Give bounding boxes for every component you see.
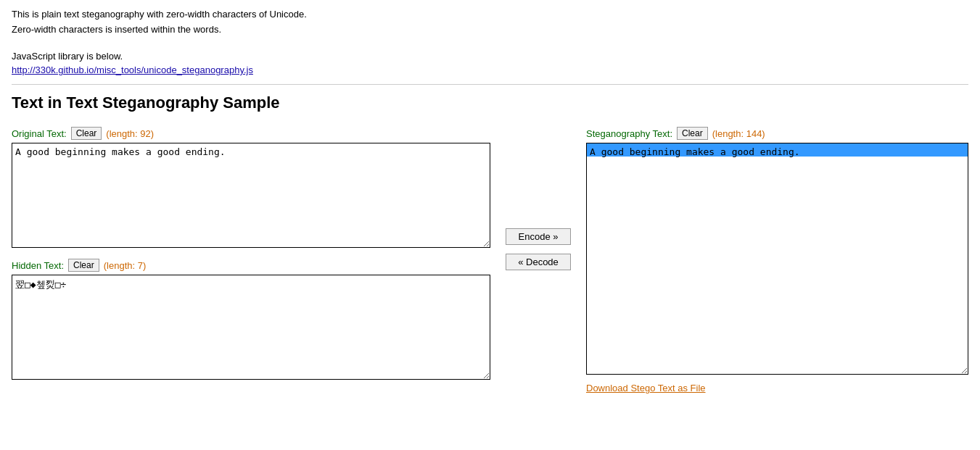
main-layout: Original Text: Clear (length: 92) A good… [12,127,968,393]
hidden-text-input[interactable]: 翌□◆쳎烮□÷ [12,275,490,380]
stego-text-label-row: Steganography Text: Clear (length: 144) [586,127,968,140]
intro-link[interactable]: http://330k.github.io/misc_tools/unicode… [12,64,253,75]
middle-panel: Encode » « Decode [502,127,575,270]
original-text-section: Original Text: Clear (length: 92) A good… [12,127,490,250]
stego-text-length: (length: 144) [712,128,765,139]
page-title: Text in Text Steganography Sample [12,93,968,112]
right-panel: Steganography Text: Clear (length: 144) … [586,127,968,393]
left-panel: Original Text: Clear (length: 92) A good… [12,127,490,382]
section-divider [12,84,968,85]
hidden-text-clear-button[interactable]: Clear [68,259,99,272]
hidden-text-label: Hidden Text: [12,260,64,271]
hidden-text-label-row: Hidden Text: Clear (length: 7) [12,259,490,272]
original-text-label: Original Text: [12,128,67,139]
original-text-clear-button[interactable]: Clear [71,127,102,140]
hidden-text-section: Hidden Text: Clear (length: 7) 翌□◆쳎烮□÷ [12,259,490,382]
original-text-label-row: Original Text: Clear (length: 92) [12,127,490,140]
hidden-text-length: (length: 7) [104,260,147,271]
intro-section: This is plain text steganography with ze… [12,7,968,75]
stego-text-label: Steganography Text: [586,128,672,139]
stego-text-section: Steganography Text: Clear (length: 144) … [586,127,968,377]
original-text-length: (length: 92) [106,128,154,139]
download-stego-link[interactable]: Download Stego Text as File [586,383,968,393]
intro-line2: Zero-width characters is inserted within… [12,22,968,38]
original-text-input[interactable]: A good beginning makes a good ending. [12,143,490,248]
stego-text-input[interactable]: A good beginning makes a good ending. [586,143,968,375]
encode-button[interactable]: Encode » [506,228,571,245]
intro-line1: This is plain text steganography with ze… [12,7,968,22]
intro-line3: JavaScript library is below. [12,49,968,64]
decode-button[interactable]: « Decode [506,254,571,270]
stego-text-clear-button[interactable]: Clear [677,127,708,140]
